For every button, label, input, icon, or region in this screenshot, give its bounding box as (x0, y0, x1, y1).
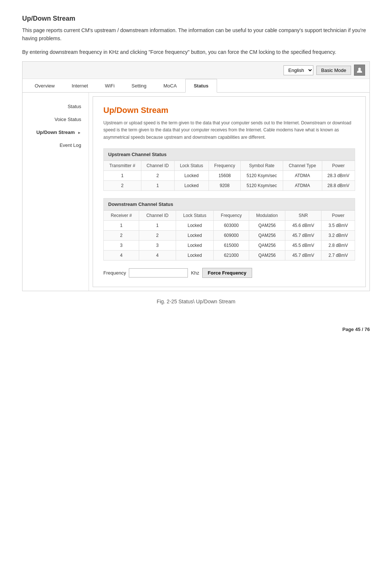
heading-desc2: By entering downstream frequency in KHz … (22, 48, 370, 56)
upstream-cell-r1-c2: Locked (174, 180, 209, 190)
downstream-cell-r1-c5: 45.7 dBmV (285, 230, 321, 240)
tab-status[interactable]: Status (185, 79, 217, 93)
downstream-cell-r2-c2: Locked (176, 240, 214, 250)
upstream-cell-r1-c4: 5120 Ksym/sec (241, 180, 283, 190)
downstream-cell-r1-c1: 2 (139, 230, 176, 240)
user-icon-button[interactable] (354, 65, 365, 76)
figure-caption: Fig. 2-25 Status\ Up/Down Stream (22, 299, 370, 304)
sidebar-item-voice-status[interactable]: Voice Status (23, 113, 89, 126)
downstream-cell-r1-c0: 2 (104, 230, 139, 240)
downstream-cell-r1-c4: QAM256 (249, 230, 285, 240)
upstream-table: Transmitter # Channel ID Lock Status Fre… (103, 161, 355, 191)
table-row: 44Locked621000QAM25645.7 dBmV2.7 dBmV (104, 250, 355, 260)
upstream-col-channel-type: Channel Type (283, 161, 322, 170)
downstream-cell-r1-c3: 609000 (214, 230, 249, 240)
downstream-cell-r2-c0: 3 (104, 240, 139, 250)
tab-wifi[interactable]: WiFi (96, 79, 123, 92)
downstream-section-header: Downstream Channel Status (103, 198, 355, 210)
basic-mode-button[interactable]: Basic Mode (316, 66, 351, 75)
upstream-col-lock-status: Lock Status (174, 161, 209, 170)
upstream-cell-r1-c3: 9208 (209, 180, 240, 190)
browser-ui: English Basic Mode Overview Internet WiF… (22, 61, 370, 291)
content-title: Up/Down Stream (103, 106, 355, 115)
page-separator: / (362, 327, 364, 332)
upstream-col-symbol-rate: Symbol Rate (241, 161, 283, 170)
svg-point-0 (358, 68, 361, 70)
downstream-cell-r2-c1: 3 (139, 240, 176, 250)
downstream-cell-r0-c3: 603000 (214, 220, 249, 230)
upstream-cell-r0-c1: 2 (141, 170, 174, 180)
frequency-label: Frequency (103, 270, 126, 276)
downstream-cell-r2-c4: QAM256 (249, 240, 285, 250)
content-panel: Up/Down Stream Upstream or upload speed … (93, 96, 366, 287)
nav-tabs: Overview Internet WiFi Setting MoCA Stat… (23, 79, 369, 93)
downstream-cell-r3-c2: Locked (176, 250, 214, 260)
sidebar-item-status[interactable]: Status (23, 100, 89, 113)
downstream-cell-r3-c1: 4 (139, 250, 176, 260)
tab-overview[interactable]: Overview (26, 79, 63, 92)
force-frequency-button[interactable]: Force Frequency (202, 268, 252, 278)
sidebar-item-updown-stream[interactable]: Up/Down Stream ► (23, 126, 89, 139)
page-total: 76 (365, 327, 370, 332)
heading-desc1: This page reports current CM's upstream … (22, 26, 370, 43)
upstream-col-power: Power (322, 161, 355, 170)
language-select[interactable]: English (283, 65, 313, 75)
upstream-cell-r0-c6: 28.3 dBmV (322, 170, 355, 180)
table-row: 22Locked609000QAM25645.7 dBmV3.2 dBmV (104, 230, 355, 240)
downstream-cell-r0-c1: 1 (139, 220, 176, 230)
downstream-cell-r1-c6: 3.2 dBmV (321, 230, 355, 240)
downstream-cell-r2-c6: 2.8 dBmV (321, 240, 355, 250)
downstream-cell-r3-c5: 45.7 dBmV (285, 250, 321, 260)
downstream-cell-r3-c0: 4 (104, 250, 139, 260)
top-bar: English Basic Mode (23, 62, 369, 79)
user-icon (357, 67, 362, 73)
downstream-table-header-row: Receiver # Channel ID Lock Status Freque… (104, 210, 355, 220)
upstream-cell-r0-c3: 15608 (209, 170, 240, 180)
downstream-cell-r0-c0: 1 (104, 220, 139, 230)
frequency-row: Frequency Khz Force Frequency (103, 268, 355, 278)
upstream-cell-r1-c0: 2 (104, 180, 141, 190)
downstream-cell-r3-c3: 621000 (214, 250, 249, 260)
sidebar-arrow-icon: ► (78, 131, 81, 135)
upstream-cell-r0-c4: 5120 Ksym/sec (241, 170, 283, 180)
downstream-cell-r2-c3: 615000 (214, 240, 249, 250)
upstream-cell-r0-c5: ATDMA (283, 170, 322, 180)
upstream-col-frequency: Frequency (209, 161, 240, 170)
upstream-cell-r1-c5: ATDMA (283, 180, 322, 190)
downstream-cell-r0-c4: QAM256 (249, 220, 285, 230)
downstream-col-modulation: Modulation (249, 210, 285, 220)
upstream-cell-r1-c1: 1 (141, 180, 174, 190)
upstream-col-transmitter: Transmitter # (104, 161, 141, 170)
downstream-table: Receiver # Channel ID Lock Status Freque… (103, 210, 355, 261)
downstream-cell-r3-c4: QAM256 (249, 250, 285, 260)
downstream-col-power: Power (321, 210, 355, 220)
sidebar-item-event-log[interactable]: Event Log (23, 139, 89, 152)
khz-label: Khz (191, 270, 199, 276)
downstream-cell-r1-c2: Locked (176, 230, 214, 240)
tab-internet[interactable]: Internet (63, 79, 96, 92)
table-row: 11Locked603000QAM25645.6 dBmV3.5 dBmV (104, 220, 355, 230)
frequency-input[interactable] (129, 268, 188, 277)
downstream-cell-r0-c2: Locked (176, 220, 214, 230)
table-row: 21Locked92085120 Ksym/secATDMA28.8 dBmV (104, 180, 355, 190)
tab-moca[interactable]: MoCA (155, 79, 185, 92)
downstream-cell-r0-c5: 45.6 dBmV (285, 220, 321, 230)
upstream-cell-r1-c6: 28.8 dBmV (322, 180, 355, 190)
downstream-col-frequency: Frequency (214, 210, 249, 220)
downstream-cell-r3-c6: 2.7 dBmV (321, 250, 355, 260)
heading-title: Up/Down Stream (22, 15, 370, 23)
page-heading: Up/Down Stream This page reports current… (22, 15, 370, 56)
upstream-table-header-row: Transmitter # Channel ID Lock Status Fre… (104, 161, 355, 170)
downstream-col-snr: SNR (285, 210, 321, 220)
tab-setting[interactable]: Setting (123, 79, 155, 92)
content-description: Upstream or upload speed is the term giv… (103, 120, 355, 141)
downstream-col-receiver: Receiver # (104, 210, 139, 220)
upstream-cell-r0-c0: 1 (104, 170, 141, 180)
upstream-section-header: Upstream Channel Status (103, 148, 355, 161)
upstream-cell-r0-c2: Locked (174, 170, 209, 180)
page-current: 45 (355, 327, 360, 332)
upstream-col-channel-id: Channel ID (141, 161, 174, 170)
table-row: 33Locked615000QAM25645.5 dBmV2.8 dBmV (104, 240, 355, 250)
page-number: Page 45 / 76 (22, 327, 370, 332)
downstream-col-lock-status: Lock Status (176, 210, 214, 220)
